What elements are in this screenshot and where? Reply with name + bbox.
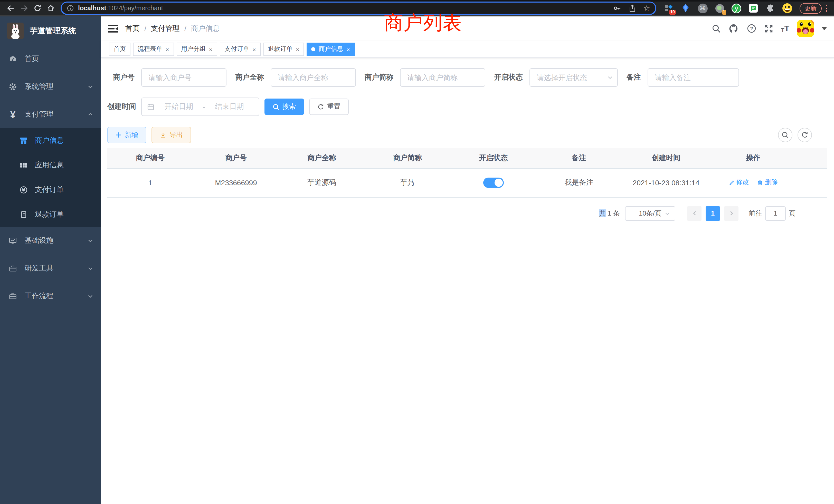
extension-grid-icon[interactable]: 10 — [663, 3, 674, 13]
page-content: 商户号 商户全称 商户简称 开启状态 — [101, 58, 834, 221]
url-text: localhost:1024/pay/merchant — [78, 5, 606, 12]
close-tab-icon[interactable] — [209, 46, 213, 52]
tab-user-group[interactable]: 用户分组 — [176, 42, 217, 56]
search-icon[interactable] — [712, 24, 721, 33]
next-page-button[interactable] — [724, 206, 739, 221]
pagination-goto: 前往 页 — [749, 206, 795, 221]
sidebar-logo[interactable]: 芋道管理系统 — [0, 17, 101, 45]
extension-y-icon[interactable]: y — [731, 3, 742, 13]
merchant-table: 商户编号 商户号 商户全称 商户简称 开启状态 备注 创建时间 操作 — [107, 148, 827, 197]
extension-badge: 10 — [669, 10, 676, 15]
tab-process-form[interactable]: 流程表单 — [133, 42, 174, 56]
remark-input[interactable] — [648, 68, 739, 87]
full-name-input[interactable] — [271, 68, 356, 87]
svg-text:y: y — [735, 5, 738, 12]
table-toolbar: 新增 导出 — [107, 127, 827, 143]
col-full-name: 商户全称 — [279, 148, 365, 168]
full-name-label: 商户全称 — [235, 73, 264, 82]
prev-page-button[interactable] — [687, 206, 702, 221]
breadcrumb-payment[interactable]: 支付管理 — [151, 24, 180, 33]
navbar-actions: ? TT — [712, 17, 827, 41]
sidebar-item-system[interactable]: 系统管理 — [0, 73, 101, 100]
svg-text:¥: ¥ — [22, 187, 25, 192]
page-1-button[interactable]: 1 — [706, 206, 720, 221]
cell-gutter — [796, 168, 827, 197]
cell-remark: 我是备注 — [536, 168, 622, 197]
yen-circle-icon: ¥ — [20, 186, 28, 194]
site-info-icon[interactable] — [67, 5, 74, 12]
user-avatar[interactable] — [797, 20, 814, 37]
caret-down-icon[interactable] — [822, 27, 827, 30]
yen-icon: ¥ — [9, 110, 17, 119]
fullscreen-icon[interactable] — [764, 24, 773, 33]
font-size-icon[interactable]: TT — [781, 24, 789, 32]
browser-home-button[interactable] — [44, 2, 58, 15]
sidebar-item-infrastructure[interactable]: 基础设施 — [0, 227, 101, 255]
add-button[interactable]: 新增 — [107, 127, 146, 143]
merchant-no-label: 商户号 — [107, 73, 135, 82]
briefcase-icon — [9, 264, 17, 273]
close-tab-icon[interactable] — [295, 46, 300, 52]
browser-menu-icon[interactable] — [826, 5, 827, 12]
page-size-select[interactable]: 10条/页 — [625, 206, 675, 221]
bookmark-star-icon[interactable] — [643, 4, 650, 13]
delete-link[interactable]: 删除 — [757, 178, 778, 187]
password-key-icon[interactable] — [613, 4, 621, 12]
tab-refund-order[interactable]: 退款订单 — [263, 42, 304, 56]
breadcrumb-home[interactable]: 首页 — [125, 24, 140, 33]
extension-chat-icon[interactable] — [748, 3, 759, 13]
chevron-down-icon — [607, 74, 613, 81]
tab-merchant-info[interactable]: 商户信息 — [307, 42, 355, 56]
sidebar-item-refund-order[interactable]: 退款订单 — [0, 202, 101, 227]
sidebar-item-merchant-info[interactable]: 商户信息 — [0, 128, 101, 153]
sidebar: 芋道管理系统 首页 系统管理 ¥ 支付管理 — [0, 17, 101, 504]
help-icon[interactable]: ? — [747, 24, 756, 33]
goto-page-input[interactable] — [765, 206, 786, 221]
merchant-no-input[interactable] — [141, 68, 226, 87]
search-button[interactable]: 搜索 — [264, 98, 304, 115]
tags-view: 首页 流程表单 用户分组 支付订单 退款订单 商户信息 — [101, 41, 834, 58]
reset-button[interactable]: 重置 — [309, 98, 349, 115]
share-icon[interactable] — [628, 4, 636, 12]
url-bar[interactable]: localhost:1024/pay/merchant — [61, 2, 656, 15]
toggle-search-icon-button[interactable] — [778, 128, 792, 142]
date-range-picker[interactable]: 开始日期 - 结束日期 — [141, 97, 259, 116]
extensions-puzzle-icon[interactable] — [765, 3, 775, 13]
refresh-icon-button[interactable] — [797, 128, 812, 142]
sidebar-item-app-info[interactable]: 应用信息 — [0, 153, 101, 178]
sidebar-toggle-icon[interactable] — [108, 24, 118, 32]
date-separator: - — [203, 102, 205, 111]
tab-pay-order[interactable]: 支付订单 — [220, 42, 261, 56]
date-start-placeholder: 开始日期 — [155, 102, 203, 111]
close-tab-icon[interactable] — [252, 46, 256, 52]
edit-link[interactable]: 修改 — [728, 178, 749, 187]
chevron-down-icon — [664, 211, 670, 216]
sidebar-item-home[interactable]: 首页 — [0, 45, 101, 73]
extension-circle-icon[interactable]: 1 — [714, 3, 725, 13]
dashboard-gauge-icon — [9, 55, 17, 63]
status-select[interactable] — [529, 68, 618, 87]
browser-reload-button[interactable] — [31, 2, 44, 15]
sidebar-menu: 首页 系统管理 ¥ 支付管理 商户信息 — [0, 45, 101, 310]
col-short-name: 商户简称 — [365, 148, 451, 168]
browser-back-button[interactable] — [4, 2, 18, 15]
store-icon — [20, 137, 28, 145]
sidebar-item-workflow[interactable]: 工作流程 — [0, 282, 101, 310]
close-tab-icon[interactable] — [346, 46, 350, 52]
sidebar-item-dev-tools[interactable]: 研发工具 — [0, 255, 101, 282]
github-icon[interactable] — [729, 23, 739, 33]
col-actions: 操作 — [710, 148, 796, 168]
browser-forward-button[interactable] — [18, 2, 31, 15]
short-name-input[interactable] — [400, 68, 485, 87]
close-tab-icon[interactable] — [166, 46, 169, 52]
tab-home[interactable]: 首页 — [109, 42, 130, 56]
extension-gem-icon[interactable] — [680, 3, 691, 13]
sidebar-item-payment[interactable]: ¥ 支付管理 — [0, 100, 101, 128]
browser-update-button[interactable]: 更新 — [799, 3, 822, 14]
sidebar-item-pay-order[interactable]: ¥ 支付订单 — [0, 178, 101, 202]
date-end-placeholder: 结束日期 — [205, 102, 254, 111]
export-button[interactable]: 导出 — [152, 127, 191, 143]
extension-command-icon[interactable] — [697, 3, 708, 13]
status-toggle[interactable] — [483, 178, 504, 188]
profile-emoji-avatar[interactable] — [782, 3, 792, 13]
